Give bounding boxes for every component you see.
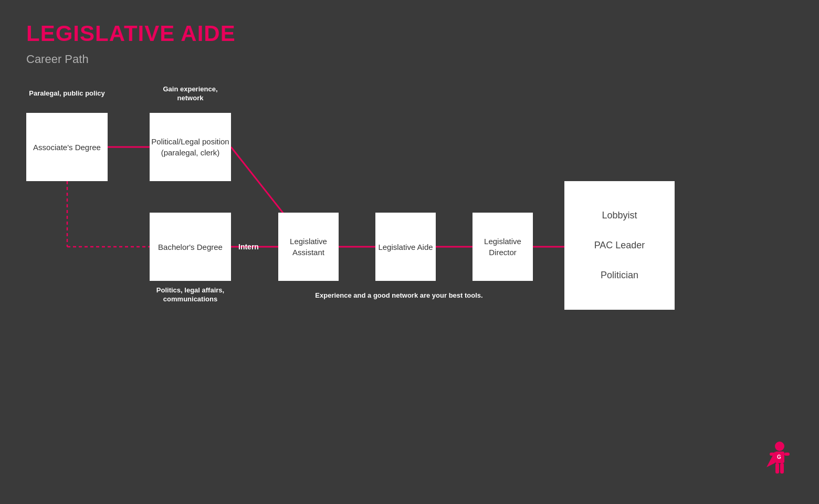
box-legislative-aide: Legislative Aide xyxy=(375,213,436,281)
label-politics-legal: Politics, legal affairs, communications xyxy=(150,286,231,304)
label-paralegal: Paralegal, public policy xyxy=(26,89,108,98)
svg-rect-11 xyxy=(770,453,775,456)
box-associates-degree: Associate's Degree xyxy=(26,113,108,181)
box-legislative-director: Legislative Director xyxy=(472,213,533,281)
svg-text:G: G xyxy=(777,454,781,460)
superhero-logo: G xyxy=(761,441,798,483)
box-bachelors-degree: Bachelor's Degree xyxy=(150,213,231,281)
box-political-legal: Political/Legal position (paralegal, cle… xyxy=(150,113,231,181)
box-legislative-assistant: Legislative Assistant xyxy=(278,213,339,281)
svg-point-8 xyxy=(775,442,784,451)
page-title: LEGISLATIVE AIDE xyxy=(26,21,236,46)
label-gain-experience: Gain experience, network xyxy=(150,85,231,103)
svg-rect-14 xyxy=(780,463,784,474)
label-experience-note: Experience and a good network are your b… xyxy=(278,291,520,299)
svg-rect-13 xyxy=(775,463,779,474)
box-advanced-careers: Lobbyist PAC Leader Politician xyxy=(564,181,675,310)
page-subtitle: Career Path xyxy=(26,52,89,66)
label-pac-leader: PAC Leader xyxy=(594,239,645,252)
label-lobbyist: Lobbyist xyxy=(602,209,637,222)
svg-rect-12 xyxy=(784,453,790,456)
label-intern: Intern xyxy=(238,243,259,251)
label-politician: Politician xyxy=(601,269,638,282)
